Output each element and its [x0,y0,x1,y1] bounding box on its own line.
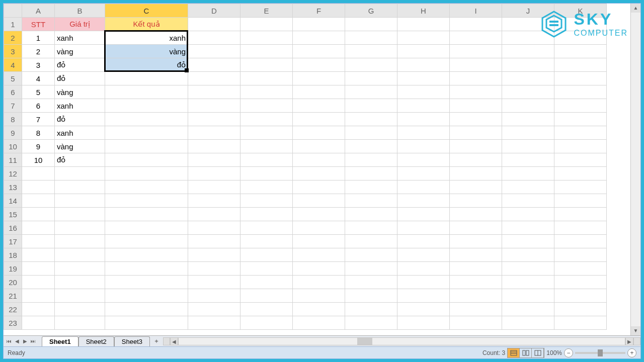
cell-D9[interactable] [188,126,240,140]
row-header-10[interactable]: 10 [4,140,22,153]
cell-C22[interactable] [105,303,188,316]
cell-E20[interactable] [240,276,293,289]
cell-I11[interactable] [450,153,502,167]
cell-A20[interactable] [22,276,55,289]
cell-A3[interactable]: 2 [22,45,55,58]
row-header-7[interactable]: 7 [4,99,22,113]
cell-D1[interactable] [188,18,240,31]
cell-B19[interactable] [55,262,105,276]
cell-D12[interactable] [188,167,240,180]
cell-A22[interactable] [22,303,55,316]
cell-I23[interactable] [450,316,502,330]
cell-B9[interactable]: xanh [55,126,105,140]
cell-F19[interactable] [293,262,345,276]
cell-E22[interactable] [240,303,293,316]
cell-I17[interactable] [450,235,502,248]
cell-E18[interactable] [240,248,293,262]
cell-D16[interactable] [188,221,240,235]
cell-B6[interactable]: vàng [55,85,105,99]
cell-F4[interactable] [293,58,345,72]
cell-H23[interactable] [397,316,450,330]
cell-F17[interactable] [293,235,345,248]
cell-H13[interactable] [397,180,450,194]
cell-G16[interactable] [345,221,397,235]
cell-J14[interactable] [502,194,554,208]
cell-C2[interactable]: xanh [105,31,188,45]
cell-D14[interactable] [188,194,240,208]
cell-B4[interactable]: đỏ [55,58,105,72]
zoom-in-button[interactable]: + [627,348,636,357]
sheet-tab-sheet1[interactable]: Sheet1 [42,336,78,346]
cell-G12[interactable] [345,167,397,180]
row-header-14[interactable]: 14 [4,194,22,208]
row-header-21[interactable]: 21 [4,289,22,303]
cell-K21[interactable] [554,289,607,303]
row-header-12[interactable]: 12 [4,167,22,180]
cell-K12[interactable] [554,167,607,180]
cell-D7[interactable] [188,99,240,113]
cell-D22[interactable] [188,303,240,316]
zoom-level[interactable]: 100% [546,349,562,356]
cell-F5[interactable] [293,72,345,85]
cell-J23[interactable] [502,316,554,330]
row-header-11[interactable]: 11 [4,153,22,167]
cell-B8[interactable]: đỏ [55,113,105,126]
cell-A13[interactable] [22,180,55,194]
cell-D15[interactable] [188,208,240,221]
cell-C16[interactable] [105,221,188,235]
cell-F12[interactable] [293,167,345,180]
cell-B22[interactable] [55,303,105,316]
tab-first-icon[interactable]: ⏮ [6,338,13,344]
cell-B20[interactable] [55,276,105,289]
cell-E17[interactable] [240,235,293,248]
cell-J6[interactable] [502,85,554,99]
cell-K18[interactable] [554,248,607,262]
row-header-1[interactable]: 1 [4,18,22,31]
cell-J3[interactable] [502,45,554,58]
cell-I21[interactable] [450,289,502,303]
cell-G11[interactable] [345,153,397,167]
cell-G7[interactable] [345,99,397,113]
cell-H14[interactable] [397,194,450,208]
cell-A19[interactable] [22,262,55,276]
cell-K5[interactable] [554,72,607,85]
row-header-8[interactable]: 8 [4,113,22,126]
cell-C8[interactable] [105,113,188,126]
tab-prev-icon[interactable]: ◀ [14,338,21,344]
cell-E7[interactable] [240,99,293,113]
cell-K6[interactable] [554,85,607,99]
cell-E12[interactable] [240,167,293,180]
cell-K15[interactable] [554,208,607,221]
cell-G4[interactable] [345,58,397,72]
cell-A23[interactable] [22,316,55,330]
cell-B16[interactable] [55,221,105,235]
new-sheet-icon[interactable]: ✦ [150,337,163,346]
cell-J21[interactable] [502,289,554,303]
cell-J17[interactable] [502,235,554,248]
page-break-view-button[interactable] [532,348,544,357]
cell-G9[interactable] [345,126,397,140]
col-header-C[interactable]: C [105,4,188,18]
cell-H12[interactable] [397,167,450,180]
cell-E23[interactable] [240,316,293,330]
row-header-19[interactable]: 19 [4,262,22,276]
cell-E2[interactable] [240,31,293,45]
scroll-right-arrow[interactable]: ▶ [625,337,633,345]
cell-F18[interactable] [293,248,345,262]
cell-E8[interactable] [240,113,293,126]
cell-F16[interactable] [293,221,345,235]
cell-E9[interactable] [240,126,293,140]
cell-J9[interactable] [502,126,554,140]
cell-J18[interactable] [502,248,554,262]
cell-D11[interactable] [188,153,240,167]
cell-C3[interactable]: vàng [105,45,188,58]
col-header-F[interactable]: F [293,4,345,18]
cell-B11[interactable]: đỏ [55,153,105,167]
cell-J22[interactable] [502,303,554,316]
cell-H8[interactable] [397,113,450,126]
cell-C1[interactable]: Kết quả [105,18,188,31]
cell-G3[interactable] [345,45,397,58]
cell-H18[interactable] [397,248,450,262]
cell-E15[interactable] [240,208,293,221]
cell-A15[interactable] [22,208,55,221]
